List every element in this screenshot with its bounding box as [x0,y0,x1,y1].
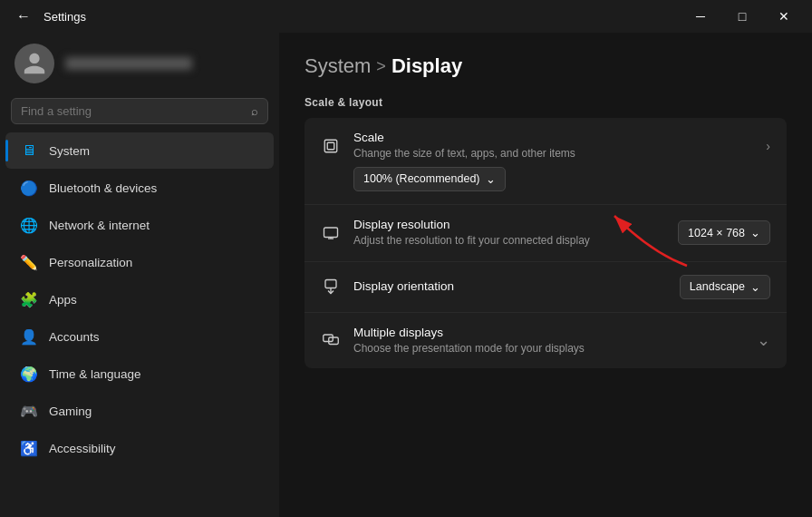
scale-text: Scale Change the size of text, apps, and… [353,131,753,161]
breadcrumb-current: Display [392,54,462,78]
sidebar-item-label: Time & language [49,367,141,381]
resolution-dropdown-chevron: ⌄ [750,226,760,239]
svg-rect-2 [324,228,338,238]
multiple-displays-chevron: ⌄ [757,330,770,350]
multiple-displays-row[interactable]: Multiple displays Choose the presentatio… [304,313,787,369]
sidebar-item-label: Network & internet [49,219,150,232]
accessibility-icon: ♿ [20,439,38,457]
time-icon: 🌍 [20,365,38,383]
settings-card: Scale Change the size of text, apps, and… [304,118,787,368]
scale-title: Scale [353,131,753,144]
user-section [0,33,279,98]
personalization-icon: ✏️ [20,253,38,271]
orientation-value: Landscape [690,280,745,293]
sidebar-item-label: Accounts [49,330,100,344]
close-button[interactable]: ✕ [763,2,805,31]
sidebar-item-personalization[interactable]: ✏️ Personalization [5,244,274,280]
search-input[interactable] [21,104,244,118]
multiple-displays-desc: Choose the presentation mode for your di… [353,341,744,356]
svg-rect-8 [329,337,339,345]
sidebar-item-accounts[interactable]: 👤 Accounts [5,318,274,355]
maximize-button[interactable]: □ [721,2,763,31]
minimize-button[interactable]: ─ [680,2,721,31]
resolution-control: 1024 × 768 ⌄ [678,220,770,245]
orientation-dropdown[interactable]: Landscape ⌄ [680,275,770,299]
sidebar-item-label: Accessibility [49,442,116,455]
resolution-value: 1024 × 768 [688,227,745,239]
main-content: System > Display Scale & layout Scale [279,33,812,517]
section-label: Scale & layout [304,96,787,109]
multiple-displays-title: Multiple displays [353,326,744,339]
search-box[interactable]: ⌕ [11,98,268,124]
titlebar-controls: ─ □ ✕ [680,2,805,31]
sidebar-item-label: System [49,144,90,158]
titlebar-left: ← Settings [11,5,86,28]
orientation-text: Display orientation [353,279,667,295]
svg-rect-7 [324,335,334,342]
breadcrumb-chevron: > [376,57,386,76]
back-button[interactable]: ← [11,5,36,28]
svg-rect-1 [327,142,334,150]
orientation-title: Display orientation [353,279,667,293]
resolution-icon [321,225,341,241]
scale-dropdown-chevron: ⌄ [486,172,496,186]
app-title: Settings [44,10,86,24]
sidebar-item-system[interactable]: 🖥 System [5,132,274,169]
titlebar: ← Settings ─ □ ✕ [0,0,812,33]
svg-rect-6 [325,280,336,288]
breadcrumb-parent: System [304,54,371,78]
app-body: ⌕ 🖥 System 🔵 Bluetooth & devices 🌐 Netwo… [0,33,812,517]
sidebar-item-network[interactable]: 🌐 Network & internet [5,207,274,243]
orientation-dropdown-chevron: ⌄ [750,280,760,294]
scale-value: 100% (Recommended) [363,172,480,185]
nav-list: 🖥 System 🔵 Bluetooth & devices 🌐 Network… [0,132,279,510]
resolution-setting-row[interactable]: Display resolution Adjust the resolution… [304,205,787,262]
breadcrumb: System > Display [304,54,787,78]
scale-dropdown[interactable]: 100% (Recommended) ⌄ [353,167,506,191]
scale-setting-row[interactable]: Scale Change the size of text, apps, and… [304,118,787,205]
resolution-dropdown[interactable]: 1024 × 768 ⌄ [678,220,770,245]
sidebar-item-label: Gaming [49,405,92,418]
resolution-desc: Adjust the resolution to fit your connec… [353,233,665,249]
orientation-icon [321,278,341,295]
sidebar: ⌕ 🖥 System 🔵 Bluetooth & devices 🌐 Netwo… [0,33,279,517]
sidebar-item-bluetooth[interactable]: 🔵 Bluetooth & devices [5,170,274,206]
resolution-title: Display resolution [353,218,665,231]
orientation-setting-row[interactable]: Display orientation Landscape ⌄ [304,262,787,313]
user-name [65,57,192,70]
gaming-icon: 🎮 [20,402,38,420]
sidebar-item-label: Personalization [49,256,132,269]
sidebar-item-time[interactable]: 🌍 Time & language [5,356,274,392]
system-icon: 🖥 [20,141,38,160]
svg-rect-0 [324,140,337,152]
apps-icon: 🧩 [20,290,38,308]
sidebar-item-label: Bluetooth & devices [49,181,157,195]
sidebar-item-label: Apps [49,293,77,307]
scale-chevron: › [766,139,770,153]
bluetooth-icon: 🔵 [20,179,38,197]
scale-desc: Change the size of text, apps, and other… [353,146,753,161]
search-icon: ⌕ [251,104,258,118]
sidebar-item-gaming[interactable]: 🎮 Gaming [5,393,274,429]
orientation-control: Landscape ⌄ [680,275,770,299]
accounts-icon: 👤 [20,327,38,346]
avatar [14,44,54,83]
user-icon [22,51,47,76]
multiple-displays-text: Multiple displays Choose the presentatio… [353,326,744,356]
multiple-displays-icon [321,332,341,348]
network-icon: 🌐 [20,216,38,234]
scale-icon [321,138,341,154]
resolution-text: Display resolution Adjust the resolution… [353,218,665,249]
sidebar-item-apps[interactable]: 🧩 Apps [5,281,274,317]
sidebar-item-accessibility[interactable]: ♿ Accessibility [5,430,274,466]
